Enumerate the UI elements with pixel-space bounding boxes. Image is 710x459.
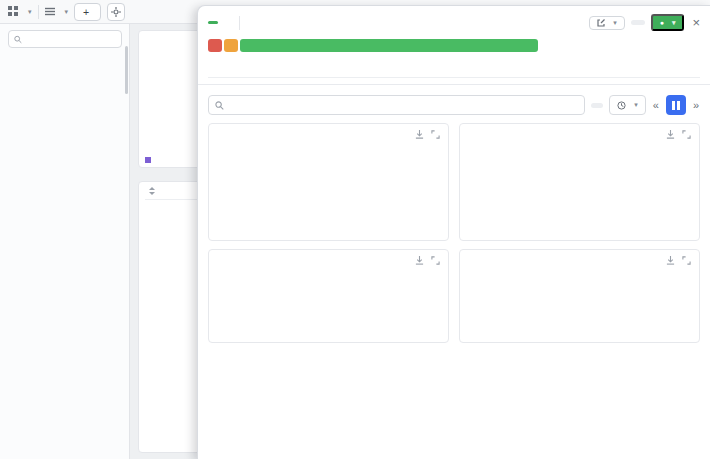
memory-chart-card	[459, 123, 700, 241]
ok-segment[interactable]	[240, 39, 538, 52]
alert-segment[interactable]	[208, 39, 222, 52]
views-menu[interactable]: ▾	[24, 8, 32, 16]
monitor-status-bar	[208, 39, 538, 52]
search-icon	[215, 101, 224, 110]
time-forward-icon[interactable]: »	[692, 99, 700, 111]
device-detail-panel: ▾ ● ▾ ×	[197, 5, 710, 459]
plus-icon: +	[83, 6, 89, 18]
y-axis	[468, 142, 481, 234]
pause-icon	[672, 101, 675, 110]
facet-sidebar	[0, 24, 130, 459]
settings-button[interactable]	[107, 3, 125, 21]
view-selector[interactable]: ▾	[61, 8, 69, 16]
chevron-down-icon: ▾	[672, 19, 676, 27]
device-search[interactable]	[8, 30, 122, 48]
live-dot-icon: ●	[660, 19, 664, 26]
metrics-charts-grid	[208, 123, 700, 343]
panel-header: ▾ ● ▾ ×	[208, 14, 700, 31]
cpu-chart	[233, 142, 440, 234]
warn-segment[interactable]	[224, 39, 238, 52]
expand-icon[interactable]	[431, 256, 440, 265]
app-root: ▾ ▾ +	[0, 0, 710, 459]
outbound-chart-card	[459, 249, 700, 343]
outbound-chart	[468, 268, 691, 338]
download-icon[interactable]	[415, 256, 424, 265]
chevron-down-icon: ▾	[634, 101, 638, 109]
sidebar-scrollbar[interactable]	[125, 46, 128, 94]
download-icon[interactable]	[666, 130, 675, 139]
chevron-down-icon: ▾	[613, 19, 617, 27]
live-button[interactable]: ● ▾	[651, 14, 685, 31]
panel-tabs	[198, 84, 710, 85]
divider	[239, 16, 240, 30]
device-search-input[interactable]	[26, 34, 116, 44]
chevron-down-icon: ▾	[28, 8, 32, 16]
chevron-down-icon: ▾	[65, 8, 69, 16]
cpu-chart-card	[208, 123, 449, 241]
download-icon[interactable]	[415, 130, 424, 139]
facet-item-subnet[interactable]	[8, 54, 122, 68]
legend-swatch	[145, 157, 151, 163]
divider	[208, 77, 700, 78]
pause-icon	[677, 101, 680, 110]
save-button[interactable]: +	[74, 3, 101, 21]
close-icon[interactable]: ×	[692, 15, 700, 30]
sort-icon	[149, 187, 155, 195]
metrics-search-input[interactable]	[229, 100, 578, 111]
y-axis	[217, 142, 230, 234]
memory-chart	[484, 142, 691, 234]
expand-icon[interactable]	[682, 256, 691, 265]
clock-icon	[617, 101, 626, 110]
expand-icon[interactable]	[682, 130, 691, 139]
time-back-icon[interactable]: «	[652, 99, 660, 111]
external-link-icon	[597, 19, 605, 27]
inbound-chart-card	[208, 249, 449, 343]
zoom-window-pill[interactable]	[591, 103, 603, 108]
metrics-search[interactable]	[208, 95, 585, 115]
search-icon	[14, 35, 22, 44]
timeframe-select[interactable]: ▾	[609, 95, 646, 115]
views-grid-icon	[8, 6, 18, 18]
download-icon[interactable]	[666, 256, 675, 265]
y-axis	[145, 41, 154, 153]
status-badge	[208, 21, 218, 24]
view-in-button[interactable]: ▾	[589, 16, 625, 30]
metrics-toolbar: ▾ « »	[208, 95, 700, 115]
pause-button[interactable]	[666, 95, 686, 115]
x-axis	[468, 234, 691, 236]
x-axis	[217, 234, 440, 236]
expand-icon[interactable]	[431, 130, 440, 139]
inbound-chart	[217, 268, 440, 338]
list-icon	[45, 6, 55, 18]
divider	[38, 5, 39, 19]
timeframe-pill[interactable]	[631, 20, 645, 25]
